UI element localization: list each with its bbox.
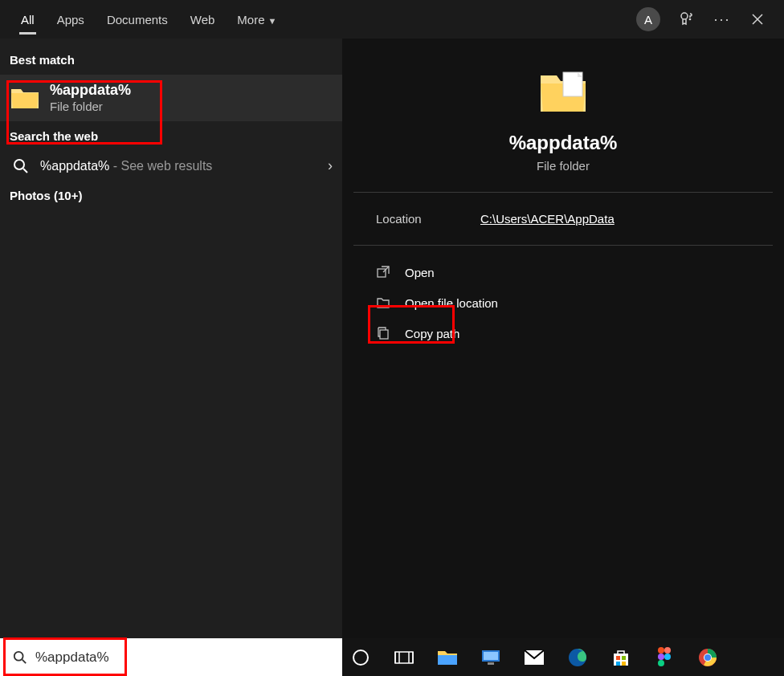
svg-point-0 — [681, 13, 688, 19]
edge-icon[interactable] — [567, 647, 588, 668]
file-explorer-icon[interactable] — [437, 647, 458, 668]
svg-point-24 — [658, 660, 664, 666]
filter-tabs: All Apps Documents Web More▼ A ··· — [0, 0, 784, 39]
result-title: %appdata% — [50, 81, 131, 99]
close-icon[interactable] — [749, 10, 766, 28]
folder-outline-icon — [376, 295, 390, 310]
preview-subtitle: File folder — [537, 159, 590, 173]
results-list: Best match %appdata% File folder Search … — [0, 39, 342, 638]
tab-apps[interactable]: Apps — [46, 3, 96, 36]
open-icon — [376, 265, 390, 279]
svg-rect-4 — [378, 269, 386, 277]
store-icon[interactable] — [610, 647, 631, 668]
web-term: %appdata% — [40, 159, 109, 173]
svg-rect-12 — [488, 662, 494, 665]
taskbar — [342, 638, 784, 676]
folder-icon — [10, 85, 40, 111]
task-view-icon[interactable] — [394, 647, 414, 668]
location-row: Location C:\Users\ACER\AppData — [353, 193, 773, 246]
rewards-icon[interactable] — [678, 10, 696, 28]
copy-icon — [376, 326, 390, 340]
figma-icon[interactable] — [654, 647, 675, 668]
svg-point-21 — [664, 647, 671, 654]
location-label: Location — [376, 212, 480, 226]
chrome-icon[interactable] — [697, 647, 718, 668]
search-icon — [13, 650, 27, 665]
chevron-down-icon: ▼ — [268, 16, 277, 26]
chevron-right-icon: › — [328, 157, 333, 174]
action-open-label: Open — [405, 266, 435, 279]
action-copy-path[interactable]: Copy path — [361, 318, 765, 348]
svg-point-7 — [353, 650, 368, 665]
folder-icon-large — [537, 69, 589, 116]
search-icon — [13, 158, 29, 174]
monitor-icon[interactable] — [480, 647, 501, 668]
result-subtitle: File folder — [50, 99, 131, 115]
preview-title: %appdata% — [509, 132, 618, 154]
svg-rect-11 — [484, 652, 498, 660]
svg-rect-16 — [616, 656, 620, 660]
tab-documents[interactable]: Documents — [96, 3, 179, 36]
web-suffix: - See web results — [109, 159, 212, 173]
svg-point-27 — [704, 654, 711, 661]
svg-rect-9 — [438, 655, 457, 665]
svg-rect-17 — [622, 656, 626, 660]
section-search-web: Search the web — [0, 121, 342, 151]
action-open-location-label: Open file location — [405, 296, 498, 310]
more-options-icon[interactable]: ··· — [713, 10, 731, 28]
svg-point-23 — [664, 654, 671, 660]
cortana-icon[interactable] — [350, 647, 371, 668]
svg-rect-8 — [395, 652, 413, 663]
svg-point-22 — [658, 654, 664, 660]
svg-rect-19 — [622, 662, 626, 666]
user-avatar[interactable]: A — [636, 7, 660, 31]
preview-pane: %appdata% File folder Location C:\Users\… — [342, 39, 784, 638]
search-input[interactable] — [35, 650, 342, 666]
section-best-match: Best match — [0, 45, 342, 75]
tab-more-label: More — [237, 13, 264, 26]
action-copy-path-label: Copy path — [405, 327, 459, 340]
mail-icon[interactable] — [524, 647, 545, 668]
search-box[interactable] — [0, 638, 342, 676]
svg-point-1 — [689, 18, 690, 19]
location-value[interactable]: C:\Users\ACER\AppData — [480, 212, 750, 226]
action-list: Open Open file location — [353, 246, 773, 360]
svg-point-2 — [14, 160, 24, 169]
tab-all[interactable]: All — [10, 3, 46, 36]
search-results-panel: All Apps Documents Web More▼ A ··· Best … — [0, 0, 784, 638]
section-photos[interactable]: Photos (10+) — [0, 181, 342, 210]
web-search-result[interactable]: %appdata% - See web results › — [0, 151, 342, 181]
svg-rect-18 — [616, 662, 620, 666]
svg-rect-5 — [380, 330, 388, 339]
best-match-result[interactable]: %appdata% File folder — [0, 75, 342, 121]
svg-rect-15 — [614, 654, 628, 666]
svg-point-20 — [658, 647, 664, 654]
svg-point-6 — [14, 651, 23, 660]
tab-web[interactable]: Web — [179, 3, 227, 36]
action-open[interactable]: Open — [361, 257, 765, 287]
tab-more[interactable]: More▼ — [226, 3, 288, 36]
action-open-location[interactable]: Open file location — [361, 287, 765, 318]
